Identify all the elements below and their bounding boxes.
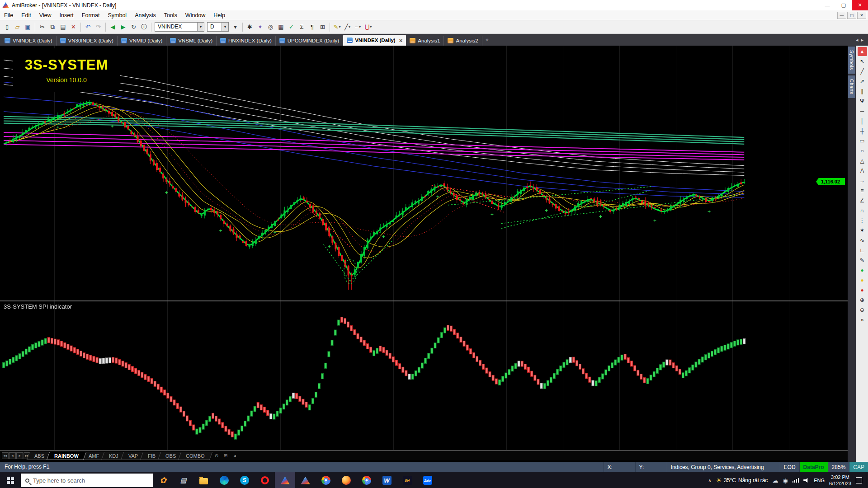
menu-tools[interactable]: Tools — [160, 10, 181, 20]
interval-combo[interactable]: D▾ — [207, 22, 229, 32]
draw-pencil-icon-dropdown[interactable]: ▾ — [339, 25, 340, 29]
cut-icon[interactable]: ✂ — [37, 22, 47, 32]
ellipse-tool-icon[interactable]: ○ — [858, 146, 867, 155]
weather-widget[interactable]: ☀ 35°C Nắng rải rác — [716, 477, 768, 484]
language-indicator[interactable]: ENG — [814, 478, 825, 483]
interval-combo-arrow[interactable]: ▾ — [222, 23, 228, 31]
draw-pencil-icon[interactable]: ✎▾ — [332, 22, 342, 32]
doc-tab-vnsml-daily[interactable]: VNSML (Daily) — [166, 36, 217, 46]
magnet-icon-dropdown[interactable]: ▾ — [370, 25, 372, 29]
magnet-icon[interactable]: ⋃▾ — [363, 22, 373, 32]
taskbar-zalo-button[interactable]: Zalo — [417, 472, 438, 488]
backtest-icon[interactable]: ✓ — [286, 22, 297, 32]
doc-tab-analysis2[interactable]: Analysis2 — [444, 36, 482, 46]
sheet-prev-button[interactable]: ◂ — [9, 452, 16, 459]
taskbar-shb-button[interactable]: SH — [397, 472, 417, 488]
sheet-first-button[interactable]: ◂◂ — [2, 452, 9, 459]
doc-tab-vnindex-daily-active[interactable]: VNINDEX (Daily)× — [343, 35, 406, 46]
show-desktop-button[interactable] — [866, 472, 868, 488]
doc-tab-vnmid-daily[interactable]: VNMID (Daily) — [118, 36, 166, 46]
save-icon[interactable]: ▣ — [23, 22, 33, 32]
undo-icon[interactable]: ↶ — [83, 22, 93, 32]
open-icon[interactable]: ▱ — [12, 22, 23, 32]
channel-tool-icon[interactable]: ∥ — [858, 87, 867, 96]
rectangle-tool-icon[interactable]: ▭ — [858, 136, 867, 145]
mdi-minimize-button[interactable]: — — [837, 12, 846, 19]
select-tool-icon[interactable]: ▲ — [858, 47, 867, 56]
pitchfork-tool-icon[interactable]: Ψ — [858, 97, 867, 106]
zigzag-tool-icon[interactable]: ∿ — [858, 236, 867, 245]
cursor-tool-icon[interactable]: ↖ — [858, 57, 867, 66]
gann-tool-icon[interactable]: ✶ — [858, 226, 867, 235]
zoom-out-tool-icon[interactable]: ⊖ — [858, 305, 867, 314]
redo-icon[interactable]: ↷ — [93, 22, 104, 32]
back-icon[interactable]: ◀ — [108, 22, 118, 32]
menu-analysis[interactable]: Analysis — [131, 10, 160, 20]
sell-marker-icon[interactable]: ● — [858, 286, 867, 295]
tab-scroll-right-icon[interactable]: ▸ — [861, 37, 863, 43]
restore-button[interactable]: ▢ — [835, 0, 852, 10]
fib-retracement-tool-icon[interactable]: ≡ — [858, 186, 867, 195]
taskbar-chrome-2-button[interactable] — [356, 472, 377, 488]
menu-view[interactable]: View — [35, 10, 56, 20]
cross-tool-icon[interactable]: ┼ — [858, 127, 867, 136]
copy-icon[interactable]: ⧉ — [47, 22, 58, 32]
price-chart-canvas[interactable] — [0, 46, 848, 300]
symbol-combo-arrow[interactable]: ▾ — [197, 23, 204, 31]
sheet-next-button[interactable]: ▸ — [16, 452, 23, 459]
doc-tab-hnxindex-daily[interactable]: HNXINDEX (Daily) — [217, 36, 276, 46]
hold-marker-icon[interactable]: ● — [858, 276, 867, 285]
line-style-icon-dropdown[interactable]: ▾ — [349, 25, 350, 29]
refresh-icon[interactable]: ↻ — [128, 22, 139, 32]
menu-window[interactable]: Window — [181, 10, 209, 20]
menu-symbol[interactable]: Symbol — [104, 10, 131, 20]
search-input[interactable] — [33, 477, 148, 484]
doc-tab-analysis1[interactable]: Analysis1 — [406, 36, 444, 46]
taskbar-opera-button[interactable] — [255, 472, 275, 488]
taskbar-task-view-button[interactable]: ▤ — [173, 472, 193, 488]
taskbar-file-explorer-button[interactable] — [193, 472, 214, 488]
action-center-icon[interactable] — [856, 477, 862, 483]
paste-icon[interactable]: ▤ — [58, 22, 68, 32]
tab-close-icon[interactable]: × — [399, 37, 403, 44]
explore-icon[interactable]: ▦ — [276, 22, 286, 32]
forward-icon[interactable]: ▶ — [118, 22, 128, 32]
price-pane[interactable]: 3S-SYSTEM Version 10.0.0 1,116.02 — [0, 46, 848, 301]
lock-icon[interactable]: ⊙ — [213, 452, 220, 459]
info-icon[interactable]: ⓘ — [139, 22, 149, 32]
new-icon[interactable]: ▯ — [2, 22, 12, 32]
menu-insert[interactable]: Insert — [56, 10, 78, 20]
menu-file[interactable]: File — [0, 10, 17, 20]
taskbar-edge-button[interactable] — [214, 472, 234, 488]
taskbar-flower-button[interactable]: ✿ — [153, 472, 173, 488]
more-tools-icon[interactable]: » — [858, 315, 867, 324]
menu-help[interactable]: Help — [209, 10, 229, 20]
tray-expand-icon[interactable]: ∧ — [708, 478, 711, 483]
taskbar-amibroker-2-button[interactable] — [295, 472, 316, 488]
note-tool-icon[interactable]: ✎ — [858, 256, 867, 265]
layout-icon[interactable]: ⊞ — [317, 22, 328, 32]
fib-fan-tool-icon[interactable]: ∠ — [858, 196, 867, 205]
taskbar-firefox-button[interactable] — [336, 472, 356, 488]
antivirus-icon[interactable]: ◉ — [783, 477, 788, 484]
optimize-icon[interactable]: Σ — [297, 22, 307, 32]
sheet-scroll-left-icon[interactable]: ◂ — [231, 452, 238, 459]
text-tool-icon[interactable]: A — [858, 166, 867, 175]
taskbar-search[interactable] — [21, 474, 153, 487]
menu-edit[interactable]: Edit — [17, 10, 35, 20]
horizontal-line-tool-icon[interactable]: ─ — [858, 107, 867, 116]
sheet-tab-rainbow[interactable]: RAINBOW — [47, 452, 86, 460]
menu-format[interactable]: Format — [78, 10, 104, 20]
fib-time-tool-icon[interactable]: ⋮ — [858, 216, 867, 225]
ruler-tool-icon[interactable]: ∟ — [858, 246, 867, 255]
trendline-tool-icon[interactable]: ╱ — [858, 67, 867, 76]
fib-arc-tool-icon[interactable]: ∩ — [858, 206, 867, 215]
editor-icon[interactable]: ¶ — [307, 22, 317, 32]
taskbar-word-button[interactable]: W — [377, 472, 397, 488]
parameters-icon[interactable]: ✱ — [245, 22, 255, 32]
taskbar-skype-button[interactable]: S — [234, 472, 255, 488]
clock[interactable]: 3:02 PM 6/12/2023 — [829, 474, 851, 487]
new-tab-icon[interactable]: ✧ — [482, 37, 492, 43]
doc-tab-upcomindex-daily[interactable]: UPCOMINDEX (Daily) — [276, 36, 343, 46]
symbol-combo[interactable]: VNINDEX▾ — [155, 22, 204, 32]
